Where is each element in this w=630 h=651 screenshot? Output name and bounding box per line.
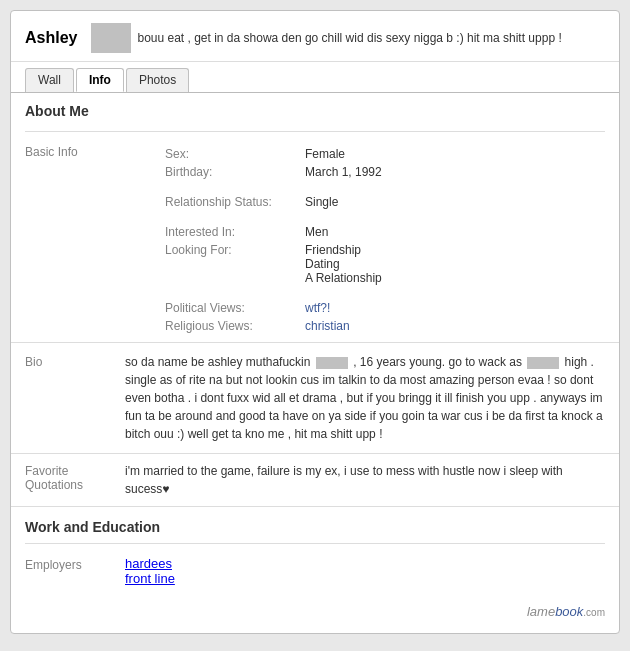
quotations-section: Favorite Quotations i'm married to the g… xyxy=(11,453,619,506)
sex-fields: Sex: Female Birthday: March 1, 1992 xyxy=(165,145,382,181)
relationship-row: Relationship Status: Single xyxy=(25,190,605,214)
profile-avatar xyxy=(91,23,131,53)
interested-in-label: Interested In: xyxy=(165,225,305,239)
bio-section: Bio so da name be ashley muthafuckin , 1… xyxy=(11,342,619,453)
employer-position-link[interactable]: front line xyxy=(125,571,175,586)
work-education-header: Work and Education xyxy=(25,513,605,541)
looking-for-item-2: Dating xyxy=(305,257,382,271)
political-views-label: Political Views: xyxy=(165,301,305,315)
divider-2 xyxy=(25,543,605,544)
looking-for-item-1: Friendship xyxy=(305,243,382,257)
looking-for-item-3: A Relationship xyxy=(305,271,382,285)
bio-text: so da name be ashley muthafuckin , 16 ye… xyxy=(125,353,605,443)
bio-label: Bio xyxy=(25,353,125,369)
views-row: Political Views: wtf?! Religious Views: … xyxy=(25,296,605,338)
profile-status: bouu eat , get in da showa den go chill … xyxy=(137,31,605,45)
profile-header: Ashley bouu eat , get in da showa den go… xyxy=(11,11,619,62)
political-views-pair: Political Views: wtf?! xyxy=(165,299,350,317)
tab-wall[interactable]: Wall xyxy=(25,68,74,92)
political-views-value: wtf?! xyxy=(305,301,330,315)
employers-label: Employers xyxy=(25,556,125,586)
relationship-status-label: Relationship Status: xyxy=(165,195,305,209)
employer-name-link[interactable]: hardees xyxy=(125,556,172,571)
employers-row: Employers hardees front line xyxy=(25,550,605,592)
sex-label: Sex: xyxy=(165,147,305,161)
religious-views-value: christian xyxy=(305,319,350,333)
basic-info-section: Basic Info Sex: Female Birthday: March 1… xyxy=(11,138,619,342)
divider-1 xyxy=(25,131,605,132)
com-text: .com xyxy=(583,607,605,618)
about-me-header: About Me xyxy=(11,93,619,125)
relationship-status-value: Single xyxy=(305,195,338,209)
looking-for-values: Friendship Dating A Relationship xyxy=(305,243,382,285)
bio-censored-2 xyxy=(527,357,559,369)
interested-in-pair: Interested In: Men xyxy=(165,223,382,241)
religious-views-link[interactable]: christian xyxy=(305,319,350,333)
interested-fields: Interested In: Men Looking For: Friendsh… xyxy=(165,223,382,287)
political-views-link[interactable]: wtf?! xyxy=(305,301,330,315)
tabs-bar: Wall Info Photos xyxy=(11,62,619,93)
bio-text-after1: , 16 years young. go to wack as xyxy=(353,355,522,369)
interested-in-value: Men xyxy=(305,225,328,239)
profile-card: Ashley bouu eat , get in da showa den go… xyxy=(10,10,620,634)
birthday-pair: Birthday: March 1, 1992 xyxy=(165,163,382,181)
interested-row: Interested In: Men Looking For: Friendsh… xyxy=(25,220,605,290)
religious-views-label: Religious Views: xyxy=(165,319,305,333)
sex-value: Female xyxy=(305,147,345,161)
sex-row: Basic Info Sex: Female Birthday: March 1… xyxy=(25,142,605,184)
looking-for-label: Looking For: xyxy=(165,243,305,285)
employer-details: hardees front line xyxy=(125,556,175,586)
birthday-value: March 1, 1992 xyxy=(305,165,382,179)
basic-info-label: Basic Info xyxy=(25,145,165,159)
lamebook-branding: lamebook.com xyxy=(11,598,619,623)
tab-photos[interactable]: Photos xyxy=(126,68,189,92)
relationship-status-pair: Relationship Status: Single xyxy=(165,193,338,211)
views-fields: Political Views: wtf?! Religious Views: … xyxy=(165,299,350,335)
quotations-label: Favorite Quotations xyxy=(25,462,125,492)
relationship-fields: Relationship Status: Single xyxy=(165,193,338,211)
looking-for-pair: Looking For: Friendship Dating A Relatio… xyxy=(165,241,382,287)
bio-text-before1: so da name be ashley muthafuckin xyxy=(125,355,310,369)
bio-censored-1 xyxy=(316,357,348,369)
basic-info-text: Basic Info xyxy=(25,145,78,159)
tab-info[interactable]: Info xyxy=(76,68,124,92)
book-text: book xyxy=(555,604,583,619)
quotations-text: i'm married to the game, failure is my e… xyxy=(125,462,605,498)
birthday-label: Birthday: xyxy=(165,165,305,179)
lame-text: lame xyxy=(527,604,555,619)
sex-pair: Sex: Female xyxy=(165,145,382,163)
work-education-section: Work and Education Employers hardees fro… xyxy=(11,506,619,598)
religious-views-pair: Religious Views: christian xyxy=(165,317,350,335)
profile-name: Ashley xyxy=(25,29,77,47)
